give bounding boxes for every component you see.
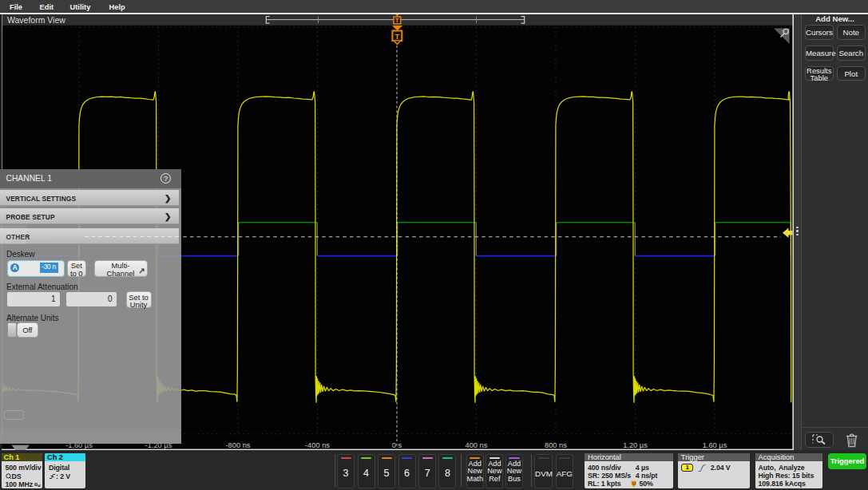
svg-text:B: B <box>34 481 38 486</box>
svg-text:Waveform View: Waveform View <box>7 15 65 24</box>
svg-text:1.60 µs: 1.60 µs <box>703 441 727 449</box>
svg-text:1.20 µs: 1.20 µs <box>623 441 648 449</box>
svg-text:0 s: 0 s <box>392 441 402 449</box>
svg-text:-400 ns: -400 ns <box>305 441 330 449</box>
svg-text:800 ns: 800 ns <box>545 441 567 449</box>
svg-text:U: U <box>632 481 636 486</box>
svg-text:T: T <box>395 31 400 40</box>
svg-text:400 ns: 400 ns <box>466 441 488 449</box>
svg-text:-800 ns: -800 ns <box>226 441 251 449</box>
